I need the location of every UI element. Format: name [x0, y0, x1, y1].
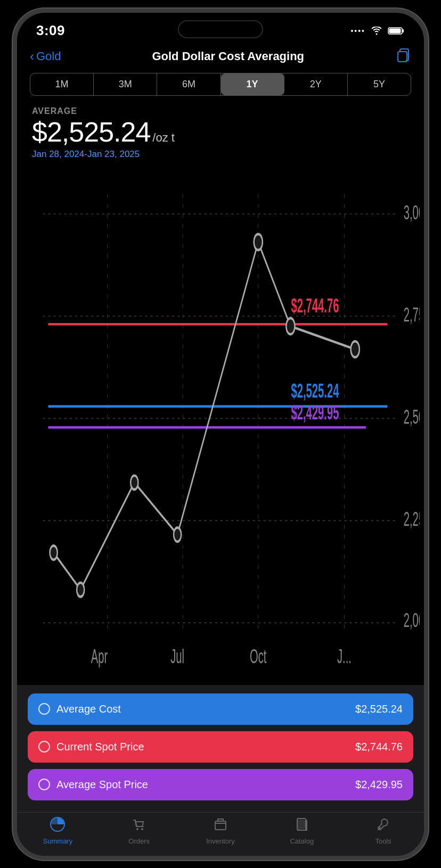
spot-price-label: Current Spot Price [56, 741, 144, 753]
phone-shell: 3:09 •••• ‹ Gold Gold Dollar Cost Averag… [13, 9, 428, 860]
bottom-section: Average Cost $2,525.24 Current Spot Pric… [17, 685, 424, 812]
volume-up-button [13, 119, 14, 151]
tab-orders[interactable]: Orders [99, 817, 180, 845]
svg-point-25 [50, 545, 58, 559]
svg-text:Oct: Oct [250, 644, 267, 666]
inventory-icon [213, 817, 228, 835]
svg-rect-3 [398, 52, 407, 62]
spot-price-circle [38, 741, 50, 753]
svg-text:J...: J... [337, 644, 352, 666]
signal-dots-icon: •••• [350, 27, 365, 35]
svg-point-31 [351, 341, 360, 357]
chart-area: 3,000 2,750 2,500 2,250 2,000 Apr Jul Oc… [21, 164, 420, 685]
avg-spot-card-left: Average Spot Price [38, 779, 148, 791]
svg-text:2,750: 2,750 [404, 303, 420, 325]
tab-summary-label: Summary [43, 837, 73, 845]
status-icons: •••• [350, 27, 405, 35]
price-label: AVERAGE [32, 106, 409, 116]
price-value: $2,525.24 [32, 116, 150, 148]
tab-bar: Summary Orders [17, 812, 424, 856]
svg-text:$2,744.76: $2,744.76 [291, 294, 339, 316]
wifi-icon [371, 27, 382, 35]
svg-text:Apr: Apr [91, 644, 108, 666]
avg-spot-circle [38, 779, 50, 790]
tab-inventory-label: Inventory [206, 837, 234, 845]
svg-text:$2,429.95: $2,429.95 [291, 401, 339, 423]
svg-text:2,250: 2,250 [404, 508, 420, 530]
svg-rect-2 [389, 28, 401, 33]
spot-price-card[interactable]: Current Spot Price $2,744.76 [28, 731, 413, 763]
tab-tools[interactable]: Tools [342, 817, 424, 845]
spot-price-value: $2,744.76 [355, 741, 403, 753]
avg-spot-card[interactable]: Average Spot Price $2,429.95 [28, 769, 413, 800]
svg-rect-1 [402, 29, 404, 32]
svg-text:$2,525.24: $2,525.24 [291, 379, 339, 401]
battery-icon [388, 27, 405, 35]
svg-point-30 [286, 318, 295, 334]
svg-text:2,500: 2,500 [404, 405, 420, 427]
catalog-icon [295, 817, 309, 835]
svg-text:3,000: 3,000 [404, 201, 420, 222]
copy-icon-button[interactable] [395, 47, 411, 67]
tab-6m[interactable]: 6M [157, 73, 220, 95]
copy-icon [395, 47, 411, 63]
price-date-range: Jan 28, 2024-Jan 23, 2025 [32, 149, 409, 160]
avg-spot-label: Average Spot Price [56, 779, 148, 791]
volume-down-button [13, 162, 14, 194]
tools-icon [376, 817, 391, 835]
average-cost-card-left: Average Cost [38, 703, 121, 715]
page-title: Gold Dollar Cost Averaging [61, 49, 395, 63]
status-time: 3:09 [36, 22, 65, 39]
price-main: $2,525.24 /oz t [32, 116, 409, 148]
svg-text:Jul: Jul [170, 644, 184, 666]
average-cost-label: Average Cost [56, 703, 121, 715]
dynamic-island [178, 20, 263, 38]
svg-rect-40 [298, 820, 305, 829]
tab-catalog[interactable]: Catalog [261, 817, 342, 845]
tab-inventory[interactable]: Inventory [180, 817, 262, 845]
phone-screen: 3:09 •••• ‹ Gold Gold Dollar Cost Averag… [17, 13, 424, 856]
tab-1m[interactable]: 1M [30, 73, 94, 95]
tab-5y[interactable]: 5Y [348, 73, 411, 95]
tab-2y[interactable]: 2Y [284, 73, 348, 95]
chart-svg: 3,000 2,750 2,500 2,250 2,000 Apr Jul Oc… [21, 164, 420, 685]
svg-point-29 [254, 234, 263, 250]
svg-point-36 [136, 828, 138, 830]
tab-summary[interactable]: Summary [17, 817, 99, 845]
tab-3m[interactable]: 3M [94, 73, 157, 95]
nav-header: ‹ Gold Gold Dollar Cost Averaging [17, 42, 424, 73]
tab-catalog-label: Catalog [290, 837, 314, 845]
average-cost-card[interactable]: Average Cost $2,525.24 [28, 693, 413, 725]
svg-point-37 [141, 828, 143, 830]
svg-rect-38 [215, 821, 226, 830]
average-cost-value: $2,525.24 [355, 703, 403, 715]
back-button[interactable]: ‹ Gold [30, 49, 61, 64]
time-filter-bar: 1M 3M 6M 1Y 2Y 5Y [30, 73, 411, 96]
tab-tools-label: Tools [375, 837, 391, 845]
orders-icon [132, 817, 146, 835]
price-unit: /oz t [152, 131, 175, 145]
summary-icon [50, 817, 65, 835]
tab-orders-label: Orders [128, 837, 150, 845]
silent-switch [13, 98, 14, 119]
power-button [427, 130, 428, 183]
price-summary: AVERAGE $2,525.24 /oz t Jan 28, 2024-Jan… [17, 104, 424, 164]
svg-text:2,000: 2,000 [404, 609, 420, 631]
back-label: Gold [36, 49, 61, 63]
back-chevron-icon: ‹ [30, 49, 34, 64]
average-cost-circle [38, 703, 50, 715]
avg-spot-value: $2,429.95 [355, 779, 403, 791]
svg-point-27 [130, 475, 138, 489]
svg-point-28 [174, 527, 181, 541]
tab-1y[interactable]: 1Y [221, 73, 284, 95]
spot-price-card-left: Current Spot Price [38, 741, 144, 753]
svg-point-26 [77, 582, 84, 596]
